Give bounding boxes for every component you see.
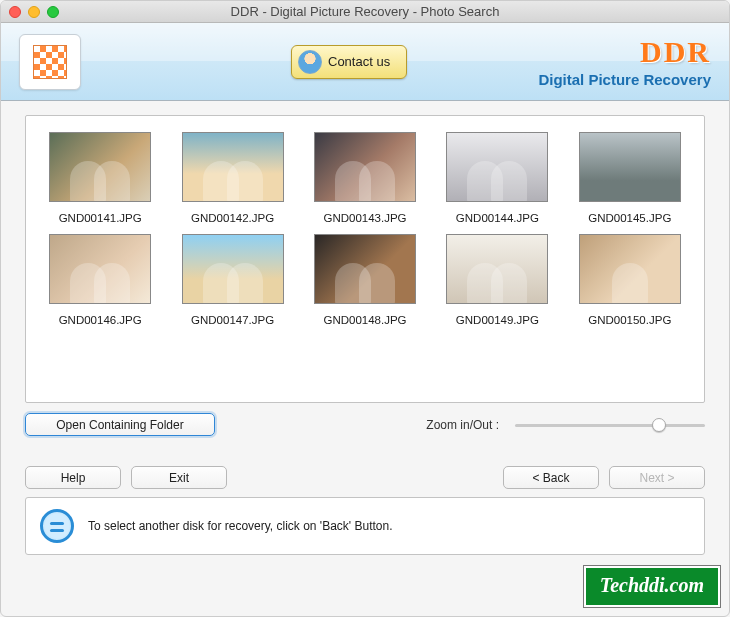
thumbnail-filename: GND00146.JPG bbox=[59, 314, 142, 326]
next-button: Next > bbox=[609, 466, 705, 489]
brand-subtitle: Digital Picture Recovery bbox=[538, 71, 711, 88]
thumbnail-item[interactable]: GND00148.JPG bbox=[303, 234, 427, 326]
thumbnail-panel: GND00141.JPG GND00142.JPG GND00143.JPG G… bbox=[25, 115, 705, 403]
brand: DDR Digital Picture Recovery bbox=[538, 35, 711, 88]
thumbnail-image bbox=[314, 132, 416, 202]
info-text: To select another disk for recovery, cli… bbox=[88, 519, 393, 533]
person-icon bbox=[298, 50, 322, 74]
slider-track bbox=[515, 424, 705, 427]
info-box: To select another disk for recovery, cli… bbox=[25, 497, 705, 555]
thumbnail-filename: GND00141.JPG bbox=[59, 212, 142, 224]
thumbnail-filename: GND00142.JPG bbox=[191, 212, 274, 224]
open-containing-folder-button[interactable]: Open Containing Folder bbox=[25, 413, 215, 436]
thumbnail-filename: GND00145.JPG bbox=[588, 212, 671, 224]
thumbnail-image bbox=[49, 234, 151, 304]
zoom-label: Zoom in/Out : bbox=[426, 418, 499, 432]
thumbnail-image bbox=[182, 132, 284, 202]
thumbnail-item[interactable]: GND00146.JPG bbox=[38, 234, 162, 326]
exit-button[interactable]: Exit bbox=[131, 466, 227, 489]
help-button[interactable]: Help bbox=[25, 466, 121, 489]
thumbnail-image bbox=[579, 132, 681, 202]
thumbnail-filename: GND00147.JPG bbox=[191, 314, 274, 326]
thumbnail-item[interactable]: GND00141.JPG bbox=[38, 132, 162, 224]
nav-row: Help Exit < Back Next > bbox=[25, 466, 705, 489]
controls-row: Open Containing Folder Zoom in/Out : bbox=[25, 413, 705, 436]
thumbnail-image bbox=[446, 234, 548, 304]
thumbnail-image bbox=[446, 132, 548, 202]
back-button[interactable]: < Back bbox=[503, 466, 599, 489]
watermark: Techddi.com bbox=[584, 566, 720, 607]
contact-label: Contact us bbox=[328, 54, 390, 69]
thumbnail-filename: GND00150.JPG bbox=[588, 314, 671, 326]
thumbnail-image bbox=[182, 234, 284, 304]
maximize-icon[interactable] bbox=[47, 6, 59, 18]
zoom-slider[interactable] bbox=[515, 416, 705, 434]
slider-thumb[interactable] bbox=[652, 418, 666, 432]
thumbnail-filename: GND00149.JPG bbox=[456, 314, 539, 326]
thumbnail-image bbox=[579, 234, 681, 304]
titlebar: DDR - Digital Picture Recovery - Photo S… bbox=[1, 1, 729, 23]
logo-icon bbox=[33, 45, 67, 79]
thumbnail-item[interactable]: GND00143.JPG bbox=[303, 132, 427, 224]
window-controls bbox=[9, 6, 59, 18]
window-title: DDR - Digital Picture Recovery - Photo S… bbox=[1, 4, 729, 19]
thumbnail-image bbox=[314, 234, 416, 304]
thumbnail-item[interactable]: GND00144.JPG bbox=[435, 132, 559, 224]
thumbnail-item[interactable]: GND00150.JPG bbox=[568, 234, 692, 326]
thumbnail-grid: GND00141.JPG GND00142.JPG GND00143.JPG G… bbox=[38, 132, 692, 326]
thumbnail-filename: GND00143.JPG bbox=[323, 212, 406, 224]
thumbnail-item[interactable]: GND00147.JPG bbox=[170, 234, 294, 326]
thumbnail-item[interactable]: GND00145.JPG bbox=[568, 132, 692, 224]
minimize-icon[interactable] bbox=[28, 6, 40, 18]
brand-title: DDR bbox=[538, 35, 711, 69]
close-icon[interactable] bbox=[9, 6, 21, 18]
chat-bubble-icon bbox=[40, 509, 74, 543]
thumbnail-item[interactable]: GND00142.JPG bbox=[170, 132, 294, 224]
thumbnail-filename: GND00144.JPG bbox=[456, 212, 539, 224]
app-header: Contact us DDR Digital Picture Recovery bbox=[1, 23, 729, 101]
content-area: GND00141.JPG GND00142.JPG GND00143.JPG G… bbox=[1, 101, 729, 555]
app-logo bbox=[19, 34, 81, 90]
thumbnail-item[interactable]: GND00149.JPG bbox=[435, 234, 559, 326]
thumbnail-image bbox=[49, 132, 151, 202]
contact-us-button[interactable]: Contact us bbox=[291, 45, 407, 79]
thumbnail-filename: GND00148.JPG bbox=[323, 314, 406, 326]
